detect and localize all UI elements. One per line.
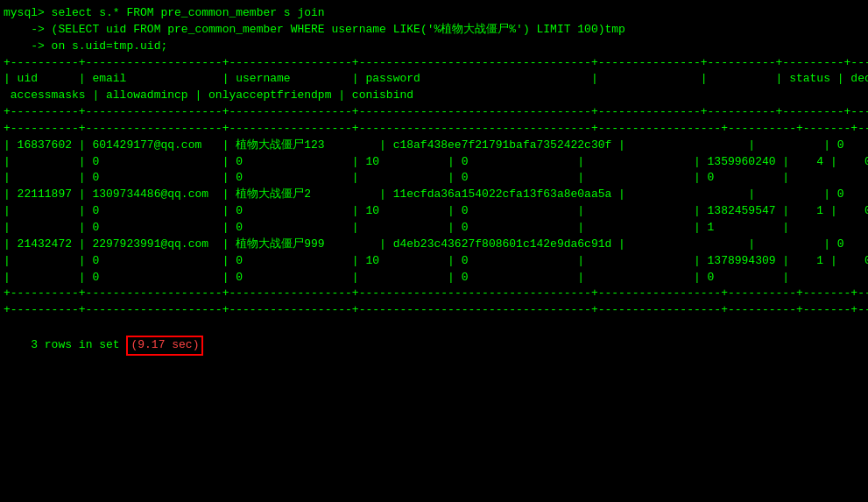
line-2: -> (SELECT uid FROM pre_common_member WH… <box>4 22 864 39</box>
result-line: 3 rows in set (9.17 sec) <box>4 319 864 372</box>
header-1: | uid | email | username | password | | … <box>4 71 864 88</box>
row3-c: | | 0 | 0 | | 0 | | 0 | <box>4 270 864 286</box>
row1-b: | | 0 | 0 | 10 | 0 | | 1359960240 | 4 | … <box>4 154 864 171</box>
separator-3: +----------+--------------------+-------… <box>4 121 864 138</box>
separator-5: +----------+--------------------+-------… <box>4 302 864 319</box>
header-2: accessmasks | allowadmincp | onlyacceptf… <box>4 88 864 104</box>
line-3: -> on s.uid=tmp.uid; <box>4 39 864 55</box>
terminal: mysql> select s.* FROM pre_common_member… <box>0 0 868 378</box>
separator-2: +----------+--------------------+-------… <box>4 104 864 121</box>
separator-1: +----------+--------------------+-------… <box>4 55 864 72</box>
row2-b: | | 0 | 0 | 10 | 0 | | 1382459547 | 1 | … <box>4 203 864 220</box>
separator-4: +----------+--------------------+-------… <box>4 286 864 302</box>
timing-box: (9.17 sec) <box>126 336 203 356</box>
row2-a: | 22111897 | 1309734486@qq.com | 植物大战僵尸2… <box>4 187 864 203</box>
row3-b: | | 0 | 0 | 10 | 0 | | 1378994309 | 1 | … <box>4 253 864 270</box>
rows-in-set-text: 3 rows in set <box>31 338 119 351</box>
row1-c: | | 0 | 0 | | 0 | | 0 | <box>4 170 864 187</box>
row2-c: | | 0 | 0 | | 0 | | 1 | <box>4 220 864 237</box>
row1-a: | 16837602 | 601429177@qq.com | 植物大战僵尸12… <box>4 138 864 154</box>
row3-a: | 21432472 | 2297923991@qq.com | 植物大战僵尸9… <box>4 237 864 253</box>
line-1: mysql> select s.* FROM pre_common_member… <box>4 5 864 22</box>
timing-text: (9.17 sec) <box>131 338 199 351</box>
